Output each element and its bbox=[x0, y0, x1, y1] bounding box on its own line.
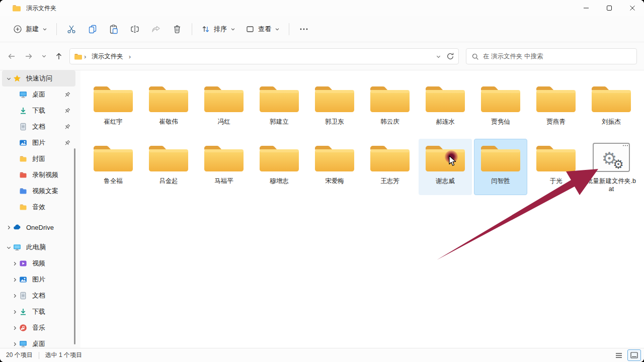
folder-icon bbox=[147, 82, 190, 114]
paste-icon bbox=[109, 24, 119, 34]
chevron-right-icon[interactable] bbox=[10, 324, 19, 332]
search-input[interactable] bbox=[483, 53, 631, 60]
chevron-placeholder[interactable] bbox=[10, 123, 19, 131]
file-item[interactable]: 闫智胜 bbox=[474, 139, 527, 195]
file-item-label: 刘振杰 bbox=[586, 118, 637, 126]
sidebar-item-下载[interactable]: 下载 bbox=[2, 304, 75, 320]
chevron-down-icon bbox=[42, 27, 47, 32]
details-view-button[interactable] bbox=[612, 349, 625, 361]
chevron-right-icon[interactable] bbox=[10, 308, 19, 316]
sidebar-item-录制视频[interactable]: 录制视频 bbox=[2, 167, 75, 183]
file-item[interactable]: 刘振杰 bbox=[585, 79, 638, 136]
sidebar-item-桌面[interactable]: 桌面 bbox=[2, 86, 75, 103]
sidebar-item-文档[interactable]: 文档 bbox=[2, 119, 75, 135]
file-item[interactable]: 宋爱梅 bbox=[308, 139, 361, 195]
sort-button[interactable]: 排序 bbox=[196, 21, 240, 37]
file-item[interactable]: 贾隽仙 bbox=[474, 79, 527, 136]
sidebar-item-图片[interactable]: 图片 bbox=[2, 272, 75, 288]
breadcrumb-separator: › bbox=[83, 53, 88, 60]
file-item[interactable]: 冯红 bbox=[197, 79, 251, 136]
forward-button[interactable] bbox=[20, 48, 37, 65]
copy-button[interactable] bbox=[82, 20, 103, 38]
sidebar-item-图片[interactable]: 图片 bbox=[2, 135, 75, 151]
address-bar[interactable]: › 演示文件夹 › bbox=[69, 48, 459, 64]
file-item[interactable]: 谢志威 bbox=[419, 139, 472, 195]
copy-icon bbox=[88, 24, 98, 34]
maximize-button[interactable] bbox=[598, 0, 621, 16]
chevron-right-icon[interactable] bbox=[10, 259, 19, 267]
sidebar-item-快速访问[interactable]: 快速访问 bbox=[2, 70, 75, 86]
sidebar-item-视频文案[interactable]: 视频文案 bbox=[2, 183, 75, 199]
chevron-placeholder[interactable] bbox=[10, 203, 19, 211]
file-item[interactable]: 贾燕青 bbox=[529, 79, 583, 136]
up-button[interactable] bbox=[50, 48, 67, 65]
paste-button[interactable] bbox=[103, 20, 124, 38]
chevron-placeholder[interactable] bbox=[10, 171, 19, 179]
sidebar-item-OneDrive[interactable]: OneDrive bbox=[2, 219, 75, 235]
rename-button[interactable] bbox=[124, 20, 145, 38]
navigation-pane: 快速访问 桌面 下载 bbox=[0, 70, 80, 348]
breadcrumb-folder[interactable]: 演示文件夹 bbox=[90, 50, 125, 63]
chevron-placeholder[interactable] bbox=[10, 155, 19, 163]
file-item[interactable]: 马福平 bbox=[197, 139, 251, 195]
file-item[interactable]: 吕金起 bbox=[142, 139, 195, 195]
file-item[interactable]: 穆增志 bbox=[253, 139, 306, 195]
share-button[interactable] bbox=[145, 20, 167, 38]
file-item[interactable]: 王志芳 bbox=[363, 139, 417, 195]
chevron-down-icon[interactable] bbox=[4, 243, 13, 251]
view-button[interactable]: 查看 bbox=[240, 21, 285, 37]
sidebar-item-音效[interactable]: 音效 bbox=[2, 199, 75, 215]
sort-icon bbox=[201, 25, 210, 34]
new-plus-icon bbox=[13, 25, 22, 34]
file-item[interactable]: 于光 bbox=[529, 139, 583, 195]
chevron-placeholder[interactable] bbox=[10, 187, 19, 195]
sidebar-scrollbar[interactable] bbox=[74, 148, 75, 344]
close-button[interactable] bbox=[621, 0, 644, 16]
file-item[interactable]: 郭建立 bbox=[253, 79, 306, 136]
recent-locations-button[interactable] bbox=[37, 48, 50, 65]
cut-button[interactable] bbox=[61, 20, 82, 38]
new-button[interactable]: 新建 bbox=[8, 21, 52, 37]
chevron-placeholder[interactable] bbox=[10, 90, 19, 99]
folder-yellow-icon bbox=[19, 155, 27, 163]
back-button[interactable] bbox=[3, 48, 20, 65]
chevron-down-icon[interactable] bbox=[4, 74, 13, 82]
thumbnail-view-button[interactable] bbox=[627, 349, 641, 361]
chevron-right-icon[interactable] bbox=[10, 340, 19, 348]
chevron-right-icon[interactable] bbox=[10, 292, 19, 300]
sidebar-item-桌面[interactable]: 桌面 bbox=[2, 336, 75, 348]
file-item[interactable]: 鲁全福 bbox=[87, 139, 140, 195]
sidebar-item-下载[interactable]: 下载 bbox=[2, 103, 75, 119]
download-icon bbox=[19, 308, 27, 316]
sidebar-item-封面[interactable]: 封面 bbox=[2, 151, 75, 167]
file-item[interactable]: 崔敬伟 bbox=[142, 79, 195, 136]
file-item[interactable]: 郭卫东 bbox=[308, 79, 361, 136]
file-item[interactable]: 崔红宇 bbox=[87, 79, 140, 136]
file-item[interactable]: ⚙ ⚙ 批量新建文件夹.bat bbox=[585, 139, 638, 195]
chevron-placeholder[interactable] bbox=[10, 107, 19, 115]
sidebar-item-音乐[interactable]: 音乐 bbox=[2, 320, 75, 336]
minimize-button[interactable] bbox=[575, 0, 598, 16]
folder-icon bbox=[479, 142, 522, 173]
chevron-placeholder[interactable] bbox=[10, 139, 19, 147]
file-item-label: 穆增志 bbox=[254, 177, 305, 185]
file-item[interactable]: 郝连水 bbox=[419, 79, 472, 136]
chevron-right-icon[interactable] bbox=[4, 223, 13, 231]
sidebar-item-label: 桌面 bbox=[32, 90, 45, 99]
document-icon bbox=[19, 123, 27, 131]
sidebar-item-文档[interactable]: 文档 bbox=[2, 288, 75, 304]
delete-button[interactable] bbox=[167, 20, 188, 38]
refresh-icon[interactable] bbox=[446, 52, 454, 60]
search-box[interactable] bbox=[466, 48, 637, 64]
address-dropdown-icon[interactable] bbox=[436, 54, 441, 59]
more-options-button[interactable] bbox=[293, 20, 314, 38]
file-item[interactable]: 韩云庆 bbox=[363, 79, 417, 136]
sidebar-item-label: OneDrive bbox=[26, 224, 54, 231]
chevron-right-icon[interactable] bbox=[10, 276, 19, 284]
item-count: 20 个项目 bbox=[6, 351, 33, 359]
sidebar-item-此电脑[interactable]: 此电脑 bbox=[2, 239, 75, 255]
back-arrow-icon bbox=[7, 52, 16, 61]
folder-red-icon bbox=[19, 171, 27, 179]
sidebar-item-视频[interactable]: 视频 bbox=[2, 255, 75, 272]
folder-yellow-icon bbox=[19, 203, 27, 211]
